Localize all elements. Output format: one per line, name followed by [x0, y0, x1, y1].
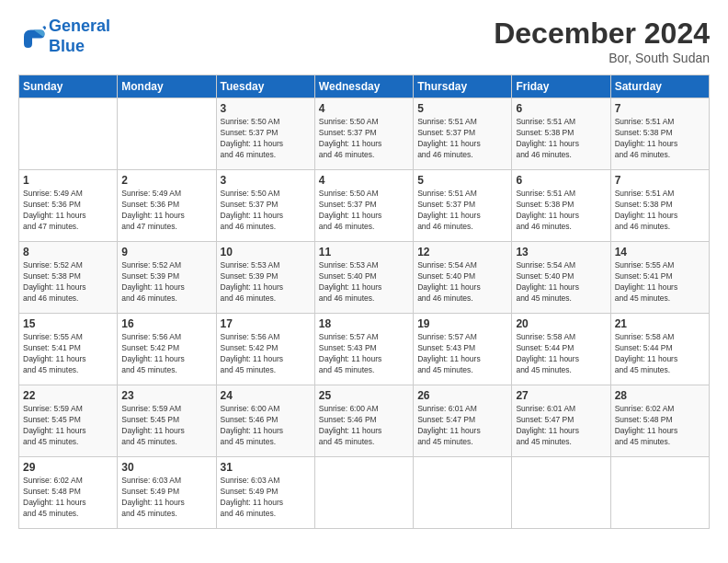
day-number: 27 — [516, 389, 606, 402]
logo-line1: General — [49, 17, 110, 35]
calendar-cell: 7 Sunrise: 5:51 AM Sunset: 5:38 PM Dayli… — [610, 98, 709, 170]
day-info: Sunrise: 5:53 AM Sunset: 5:40 PM Dayligh… — [319, 260, 409, 304]
day-info: Sunrise: 5:51 AM Sunset: 5:37 PM Dayligh… — [417, 117, 507, 161]
day-number: 28 — [615, 389, 705, 402]
day-number: 14 — [615, 246, 705, 259]
calendar-cell: 3 Sunrise: 5:50 AM Sunset: 5:37 PM Dayli… — [216, 170, 314, 242]
day-number: 18 — [319, 317, 409, 330]
day-info: Sunrise: 6:01 AM Sunset: 5:47 PM Dayligh… — [417, 404, 507, 448]
day-number: 13 — [516, 246, 606, 259]
calendar-cell: 13 Sunrise: 5:54 AM Sunset: 5:40 PM Dayl… — [512, 242, 610, 314]
day-number: 21 — [615, 317, 705, 330]
calendar-cell: 23 Sunrise: 5:59 AM Sunset: 5:45 PM Dayl… — [118, 385, 216, 457]
calendar-page: General Blue December 2024 Bor, South Su… — [0, 0, 728, 563]
calendar-cell: 6 Sunrise: 5:51 AM Sunset: 5:38 PM Dayli… — [512, 98, 610, 170]
day-number: 7 — [615, 102, 705, 115]
day-number: 22 — [23, 389, 113, 402]
calendar-cell: 4 Sunrise: 5:50 AM Sunset: 5:37 PM Dayli… — [314, 170, 413, 242]
logo-text: General Blue — [49, 17, 110, 56]
calendar-week-row: 8 Sunrise: 5:52 AM Sunset: 5:38 PM Dayli… — [19, 242, 710, 314]
calendar-cell: 25 Sunrise: 6:00 AM Sunset: 5:46 PM Dayl… — [314, 385, 413, 457]
logo-icon — [18, 23, 46, 51]
calendar-week-row: 29 Sunrise: 6:02 AM Sunset: 5:48 PM Dayl… — [19, 457, 710, 529]
calendar-subtitle: Bor, South Sudan — [494, 51, 710, 65]
day-number: 4 — [319, 174, 409, 187]
calendar-cell — [118, 98, 216, 170]
day-number: 6 — [516, 174, 606, 187]
calendar-cell: 9 Sunrise: 5:52 AM Sunset: 5:39 PM Dayli… — [118, 242, 216, 314]
day-number: 10 — [221, 246, 311, 259]
calendar-cell: 8 Sunrise: 5:52 AM Sunset: 5:38 PM Dayli… — [19, 242, 118, 314]
header-sunday: Sunday — [19, 75, 118, 98]
calendar-cell: 24 Sunrise: 6:00 AM Sunset: 5:46 PM Dayl… — [216, 385, 314, 457]
header-tuesday: Tuesday — [216, 75, 314, 98]
day-info: Sunrise: 5:51 AM Sunset: 5:38 PM Dayligh… — [615, 189, 705, 233]
calendar-week-row: 15 Sunrise: 5:55 AM Sunset: 5:41 PM Dayl… — [19, 314, 710, 385]
calendar-cell — [314, 457, 413, 529]
day-number: 5 — [417, 174, 507, 187]
calendar-cell: 5 Sunrise: 5:51 AM Sunset: 5:37 PM Dayli… — [414, 98, 512, 170]
day-number: 2 — [121, 174, 211, 187]
weekday-header-row: Sunday Monday Tuesday Wednesday Thursday… — [19, 75, 710, 98]
calendar-cell: 30 Sunrise: 6:03 AM Sunset: 5:49 PM Dayl… — [118, 457, 216, 529]
header-friday: Friday — [512, 75, 610, 98]
day-info: Sunrise: 5:51 AM Sunset: 5:38 PM Dayligh… — [615, 117, 705, 161]
day-info: Sunrise: 5:50 AM Sunset: 5:37 PM Dayligh… — [221, 189, 311, 233]
day-info: Sunrise: 5:51 AM Sunset: 5:37 PM Dayligh… — [417, 189, 507, 233]
calendar-cell: 29 Sunrise: 6:02 AM Sunset: 5:48 PM Dayl… — [19, 457, 118, 529]
day-info: Sunrise: 5:50 AM Sunset: 5:37 PM Dayligh… — [221, 117, 311, 161]
day-number: 6 — [516, 102, 606, 115]
day-info: Sunrise: 5:49 AM Sunset: 5:36 PM Dayligh… — [23, 189, 113, 233]
calendar-cell: 20 Sunrise: 5:58 AM Sunset: 5:44 PM Dayl… — [512, 314, 610, 385]
calendar-cell: 1 Sunrise: 5:49 AM Sunset: 5:36 PM Dayli… — [19, 170, 118, 242]
day-number: 5 — [417, 102, 507, 115]
calendar-cell — [610, 457, 709, 529]
calendar-cell: 11 Sunrise: 5:53 AM Sunset: 5:40 PM Dayl… — [314, 242, 413, 314]
title-block: December 2024 Bor, South Sudan — [494, 17, 710, 65]
calendar-cell: 26 Sunrise: 6:01 AM Sunset: 5:47 PM Dayl… — [414, 385, 512, 457]
day-info: Sunrise: 5:57 AM Sunset: 5:43 PM Dayligh… — [417, 332, 507, 376]
calendar-cell: 3 Sunrise: 5:50 AM Sunset: 5:37 PM Dayli… — [216, 98, 314, 170]
calendar-cell — [19, 98, 118, 170]
day-info: Sunrise: 5:49 AM Sunset: 5:36 PM Dayligh… — [121, 189, 211, 233]
day-info: Sunrise: 6:00 AM Sunset: 5:46 PM Dayligh… — [221, 404, 311, 448]
day-number: 11 — [319, 246, 409, 259]
day-info: Sunrise: 5:55 AM Sunset: 5:41 PM Dayligh… — [23, 332, 113, 376]
day-info: Sunrise: 5:57 AM Sunset: 5:43 PM Dayligh… — [319, 332, 409, 376]
calendar-week-row: 1 Sunrise: 5:49 AM Sunset: 5:36 PM Dayli… — [19, 170, 710, 242]
header-wednesday: Wednesday — [314, 75, 413, 98]
day-number: 25 — [319, 389, 409, 402]
calendar-cell: 22 Sunrise: 5:59 AM Sunset: 5:45 PM Dayl… — [19, 385, 118, 457]
day-info: Sunrise: 5:59 AM Sunset: 5:45 PM Dayligh… — [23, 404, 113, 448]
calendar-cell: 2 Sunrise: 5:49 AM Sunset: 5:36 PM Dayli… — [118, 170, 216, 242]
calendar-cell: 27 Sunrise: 6:01 AM Sunset: 5:47 PM Dayl… — [512, 385, 610, 457]
calendar-week-row: 22 Sunrise: 5:59 AM Sunset: 5:45 PM Dayl… — [19, 385, 710, 457]
calendar-cell: 31 Sunrise: 6:03 AM Sunset: 5:49 PM Dayl… — [216, 457, 314, 529]
calendar-cell: 15 Sunrise: 5:55 AM Sunset: 5:41 PM Dayl… — [19, 314, 118, 385]
logo-line2: Blue — [49, 37, 85, 55]
calendar-cell: 14 Sunrise: 5:55 AM Sunset: 5:41 PM Dayl… — [610, 242, 709, 314]
day-number: 8 — [23, 246, 113, 259]
day-number: 4 — [319, 102, 409, 115]
header-thursday: Thursday — [414, 75, 512, 98]
calendar-cell — [414, 457, 512, 529]
calendar-cell: 7 Sunrise: 5:51 AM Sunset: 5:38 PM Dayli… — [610, 170, 709, 242]
day-number: 15 — [23, 317, 113, 330]
day-number: 9 — [121, 246, 211, 259]
calendar-cell — [512, 457, 610, 529]
day-info: Sunrise: 6:02 AM Sunset: 5:48 PM Dayligh… — [23, 476, 113, 520]
calendar-table: Sunday Monday Tuesday Wednesday Thursday… — [18, 75, 710, 529]
calendar-cell: 19 Sunrise: 5:57 AM Sunset: 5:43 PM Dayl… — [414, 314, 512, 385]
day-number: 29 — [23, 461, 113, 474]
day-number: 16 — [121, 317, 211, 330]
day-info: Sunrise: 5:56 AM Sunset: 5:42 PM Dayligh… — [221, 332, 311, 376]
calendar-cell: 5 Sunrise: 5:51 AM Sunset: 5:37 PM Dayli… — [414, 170, 512, 242]
day-info: Sunrise: 5:54 AM Sunset: 5:40 PM Dayligh… — [417, 260, 507, 304]
day-info: Sunrise: 5:56 AM Sunset: 5:42 PM Dayligh… — [121, 332, 211, 376]
day-info: Sunrise: 5:51 AM Sunset: 5:38 PM Dayligh… — [516, 117, 606, 161]
day-info: Sunrise: 5:51 AM Sunset: 5:38 PM Dayligh… — [516, 189, 606, 233]
calendar-cell: 4 Sunrise: 5:50 AM Sunset: 5:37 PM Dayli… — [314, 98, 413, 170]
day-info: Sunrise: 5:52 AM Sunset: 5:38 PM Dayligh… — [23, 260, 113, 304]
day-info: Sunrise: 5:54 AM Sunset: 5:40 PM Dayligh… — [516, 260, 606, 304]
day-info: Sunrise: 6:02 AM Sunset: 5:48 PM Dayligh… — [615, 404, 705, 448]
